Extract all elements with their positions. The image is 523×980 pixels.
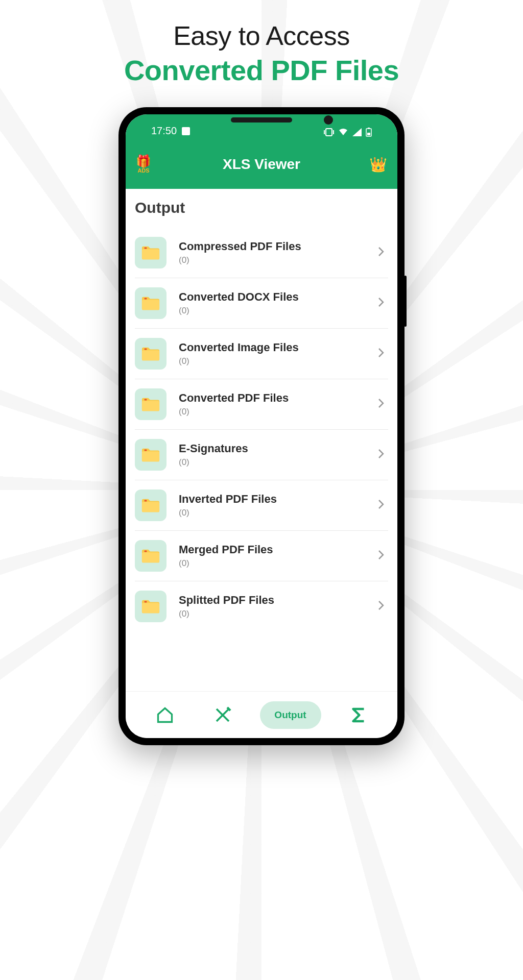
phone-speaker xyxy=(231,117,292,122)
folder-count: (0) xyxy=(179,508,366,518)
folder-item[interactable]: Converted PDF Files (0) xyxy=(135,379,388,430)
section-title: Output xyxy=(135,199,388,216)
ads-button[interactable]: 🎁 ADS xyxy=(136,155,151,174)
folder-name: Merged PDF Files xyxy=(179,543,366,556)
phone-screen: 17:50 🎁 ADS XLS Viewer 👑 Output xyxy=(126,114,397,738)
svg-rect-5 xyxy=(368,128,370,129)
folder-icon xyxy=(135,439,167,471)
svg-rect-6 xyxy=(367,133,370,135)
folder-count: (0) xyxy=(179,609,366,619)
folder-item[interactable]: Inverted PDF Files (0) xyxy=(135,480,388,531)
status-time: 17:50 xyxy=(151,125,177,137)
wifi-icon xyxy=(338,128,348,136)
folder-item[interactable]: Compressed PDF Files (0) xyxy=(135,228,388,278)
folder-count: (0) xyxy=(179,558,366,569)
folder-icon xyxy=(135,388,167,420)
svg-rect-1 xyxy=(326,129,332,136)
folder-info: Converted PDF Files (0) xyxy=(179,391,366,417)
svg-rect-9 xyxy=(145,349,147,350)
square-icon xyxy=(182,127,190,135)
bottom-nav: Output xyxy=(126,691,397,738)
home-icon xyxy=(156,706,174,724)
folder-count: (0) xyxy=(179,255,366,265)
app-header: 🎁 ADS XLS Viewer 👑 xyxy=(126,140,397,189)
folder-count: (0) xyxy=(179,407,366,417)
marketing-line-1: Easy to Access xyxy=(0,20,523,51)
chevron-right-icon xyxy=(378,347,388,361)
folder-info: Compressed PDF Files (0) xyxy=(179,240,366,265)
chevron-right-icon xyxy=(378,498,388,512)
folder-info: E-Signatures (0) xyxy=(179,442,366,468)
crown-icon[interactable]: 👑 xyxy=(369,156,387,173)
folder-name: Compressed PDF Files xyxy=(179,240,366,253)
svg-rect-11 xyxy=(145,450,147,451)
svg-rect-13 xyxy=(145,551,147,552)
folder-icon xyxy=(135,489,167,521)
svg-rect-14 xyxy=(145,601,147,603)
status-time-group: 17:50 xyxy=(151,125,190,137)
folder-item[interactable]: Converted Image Files (0) xyxy=(135,329,388,379)
folder-item[interactable]: E-Signatures (0) xyxy=(135,430,388,480)
chevron-right-icon xyxy=(378,246,388,260)
chevron-right-icon xyxy=(378,599,388,614)
folder-icon xyxy=(135,540,167,572)
folder-info: Inverted PDF Files (0) xyxy=(179,493,366,518)
folder-info: Converted DOCX Files (0) xyxy=(179,290,366,316)
folder-count: (0) xyxy=(179,306,366,316)
chevron-right-icon xyxy=(378,549,388,563)
folder-item[interactable]: Splitted PDF Files (0) xyxy=(135,581,388,631)
folder-icon xyxy=(135,591,167,622)
content-area: Output Compressed PDF Files (0) Converte… xyxy=(126,189,397,691)
status-icons xyxy=(324,128,372,137)
sigma-icon xyxy=(349,706,368,724)
vibrate-icon xyxy=(324,128,334,136)
phone-side-button xyxy=(404,276,407,327)
folder-list: Compressed PDF Files (0) Converted DOCX … xyxy=(135,228,388,631)
nav-sigma[interactable] xyxy=(338,701,379,729)
folder-info: Splitted PDF Files (0) xyxy=(179,594,366,619)
folder-info: Merged PDF Files (0) xyxy=(179,543,366,569)
folder-name: Converted PDF Files xyxy=(179,391,366,405)
tools-icon xyxy=(213,706,232,724)
folder-name: Splitted PDF Files xyxy=(179,594,366,607)
folder-name: Inverted PDF Files xyxy=(179,493,366,506)
folder-item[interactable]: Merged PDF Files (0) xyxy=(135,531,388,581)
svg-rect-12 xyxy=(145,500,147,502)
svg-rect-10 xyxy=(145,399,147,401)
signal-icon xyxy=(352,128,362,136)
folder-info: Converted Image Files (0) xyxy=(179,341,366,366)
folder-count: (0) xyxy=(179,356,366,366)
folder-item[interactable]: Converted DOCX Files (0) xyxy=(135,278,388,329)
svg-rect-7 xyxy=(145,248,147,249)
battery-icon xyxy=(366,128,372,137)
marketing-line-2: Converted PDF Files xyxy=(0,54,523,87)
svg-rect-8 xyxy=(145,298,147,300)
chevron-right-icon xyxy=(378,296,388,310)
ads-label: ADS xyxy=(137,167,149,174)
folder-count: (0) xyxy=(179,457,366,468)
phone-frame: 17:50 🎁 ADS XLS Viewer 👑 Output xyxy=(118,107,405,745)
folder-icon xyxy=(135,237,167,268)
nav-output[interactable]: Output xyxy=(260,701,321,729)
folder-icon xyxy=(135,338,167,370)
svg-rect-0 xyxy=(182,127,190,135)
gift-icon: 🎁 xyxy=(136,155,151,167)
folder-icon xyxy=(135,287,167,319)
chevron-right-icon xyxy=(378,448,388,462)
folder-name: E-Signatures xyxy=(179,442,366,455)
folder-name: Converted Image Files xyxy=(179,341,366,354)
nav-tools[interactable] xyxy=(202,701,243,729)
nav-output-label: Output xyxy=(274,709,306,721)
nav-home[interactable] xyxy=(145,701,185,729)
app-title: XLS Viewer xyxy=(223,156,300,173)
chevron-right-icon xyxy=(378,397,388,411)
folder-name: Converted DOCX Files xyxy=(179,290,366,304)
phone-camera xyxy=(324,115,333,125)
marketing-header: Easy to Access Converted PDF Files xyxy=(0,0,523,87)
